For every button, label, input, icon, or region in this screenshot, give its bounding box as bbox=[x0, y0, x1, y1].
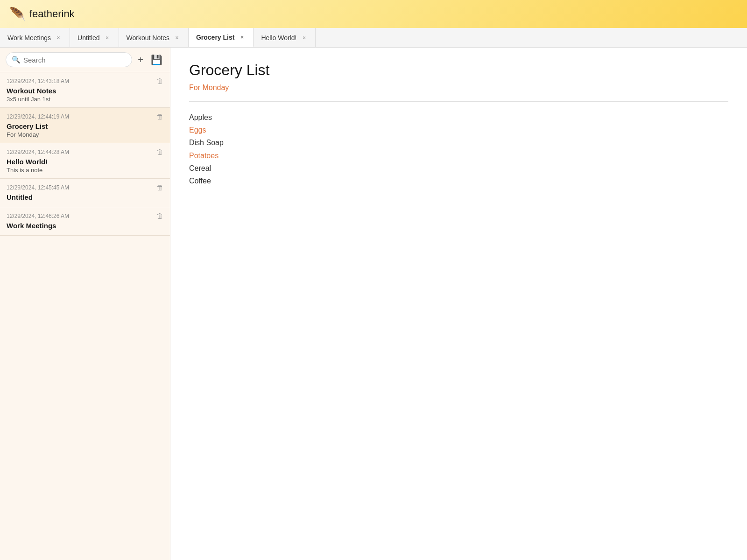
tab-hello-world[interactable]: Hello World!× bbox=[254, 28, 316, 47]
note-timestamp-untitled: 12/29/2024, 12:45:45 AM bbox=[7, 184, 69, 191]
main-layout: 🔍 + 💾 12/29/2024, 12:43:18 AM🗑Workout No… bbox=[0, 48, 747, 560]
tab-close-work-meetings[interactable]: × bbox=[55, 34, 62, 42]
save-button[interactable]: 💾 bbox=[149, 52, 164, 67]
app-name: featherink bbox=[29, 8, 75, 20]
note-preview-hello-world: This is a note bbox=[7, 167, 163, 174]
editor-line: Coffee bbox=[189, 175, 728, 187]
editor-divider bbox=[189, 101, 728, 102]
note-item-work-meetings[interactable]: 12/29/2024, 12:46:26 AM🗑Work Meetings bbox=[0, 207, 170, 236]
new-note-button[interactable]: + bbox=[136, 53, 145, 67]
editor-subtitle[interactable]: For Monday bbox=[189, 84, 728, 92]
note-title-work-meetings: Work Meetings bbox=[7, 222, 163, 230]
tab-workout-notes[interactable]: Workout Notes× bbox=[119, 28, 189, 47]
note-preview-grocery-list: For Monday bbox=[7, 131, 163, 138]
search-input[interactable] bbox=[23, 56, 126, 64]
note-title-hello-world: Hello World! bbox=[7, 158, 163, 166]
tab-work-meetings[interactable]: Work Meetings× bbox=[0, 28, 70, 47]
tab-label-grocery-list: Grocery List bbox=[196, 34, 234, 41]
search-input-wrap[interactable]: 🔍 bbox=[6, 52, 132, 67]
note-timestamp-hello-world: 12/29/2024, 12:44:28 AM bbox=[7, 149, 69, 155]
note-timestamp-workout-notes: 12/29/2024, 12:43:18 AM bbox=[7, 78, 69, 84]
tab-close-untitled[interactable]: × bbox=[104, 34, 111, 42]
note-delete-work-meetings[interactable]: 🗑 bbox=[156, 212, 163, 220]
tab-untitled[interactable]: Untitled× bbox=[70, 28, 119, 47]
note-item-grocery-list[interactable]: 12/29/2024, 12:44:19 AM🗑Grocery ListFor … bbox=[0, 108, 170, 143]
tab-label-workout-notes: Workout Notes bbox=[127, 34, 169, 42]
note-timestamp-work-meetings: 12/29/2024, 12:46:26 AM bbox=[7, 213, 69, 219]
note-item-untitled[interactable]: 12/29/2024, 12:45:45 AM🗑Untitled bbox=[0, 179, 170, 207]
tab-grocery-list[interactable]: Grocery List× bbox=[189, 28, 254, 47]
note-delete-untitled[interactable]: 🗑 bbox=[156, 183, 163, 191]
editor-line: Potatoes bbox=[189, 149, 728, 162]
tab-close-grocery-list[interactable]: × bbox=[238, 34, 246, 41]
editor-line: Eggs bbox=[189, 124, 728, 136]
note-title-untitled: Untitled bbox=[7, 193, 163, 201]
note-list: 12/29/2024, 12:43:18 AM🗑Workout Notes3x5… bbox=[0, 72, 170, 236]
app-header: 🪶 featherink bbox=[0, 0, 747, 28]
note-delete-hello-world[interactable]: 🗑 bbox=[156, 148, 163, 156]
tab-close-hello-world[interactable]: × bbox=[300, 34, 308, 42]
note-delete-grocery-list[interactable]: 🗑 bbox=[156, 112, 163, 120]
logo-icon: 🪶 bbox=[9, 7, 26, 22]
search-bar: 🔍 + 💾 bbox=[0, 48, 170, 72]
note-item-workout-notes[interactable]: 12/29/2024, 12:43:18 AM🗑Workout Notes3x5… bbox=[0, 72, 170, 108]
note-item-hello-world[interactable]: 12/29/2024, 12:44:28 AM🗑Hello World!This… bbox=[0, 143, 170, 179]
editor-line: Dish Soap bbox=[189, 136, 728, 149]
tab-label-untitled: Untitled bbox=[78, 34, 99, 42]
note-title-workout-notes: Workout Notes bbox=[7, 87, 163, 95]
note-preview-workout-notes: 3x5 until Jan 1st bbox=[7, 96, 163, 103]
tab-bar: Work Meetings×Untitled×Workout Notes×Gro… bbox=[0, 28, 747, 48]
tab-label-hello-world: Hello World! bbox=[261, 34, 296, 42]
note-timestamp-grocery-list: 12/29/2024, 12:44:19 AM bbox=[7, 113, 69, 120]
note-title-grocery-list: Grocery List bbox=[7, 122, 163, 130]
search-icon: 🔍 bbox=[12, 56, 21, 64]
editor-title[interactable]: Grocery List bbox=[189, 62, 728, 79]
editor-line: Cereal bbox=[189, 162, 728, 175]
editor-body[interactable]: ApplesEggsDish SoapPotatoesCerealCoffee bbox=[189, 111, 728, 187]
sidebar: 🔍 + 💾 12/29/2024, 12:43:18 AM🗑Workout No… bbox=[0, 48, 170, 560]
editor-line: Apples bbox=[189, 111, 728, 124]
app-logo: 🪶 featherink bbox=[9, 7, 75, 22]
note-delete-workout-notes[interactable]: 🗑 bbox=[156, 77, 163, 85]
tab-close-workout-notes[interactable]: × bbox=[173, 34, 181, 42]
tab-label-work-meetings: Work Meetings bbox=[7, 34, 51, 42]
editor-panel: Grocery List For Monday ApplesEggsDish S… bbox=[170, 48, 747, 560]
